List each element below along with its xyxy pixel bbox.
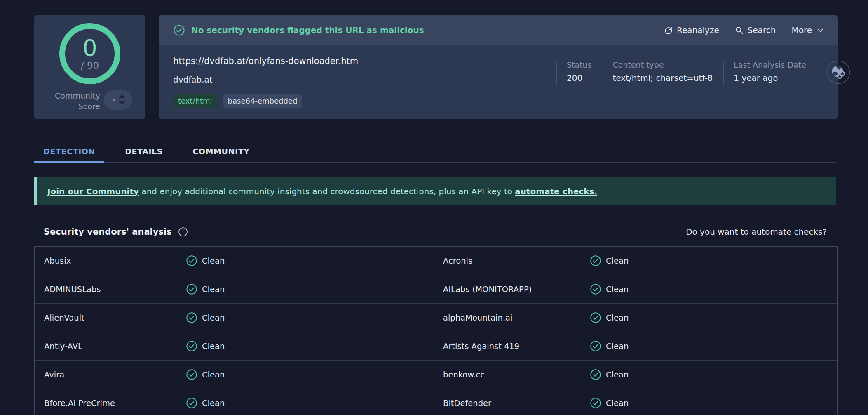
vendor-name: BitDefender <box>443 398 590 408</box>
tag-base64-embedded[interactable]: base64-embedded <box>223 94 303 108</box>
tag-row: text/html base64-embedded <box>173 94 302 108</box>
vendor-verdict: Clean <box>590 340 837 352</box>
divider <box>34 219 836 219</box>
vendor-name: alphaMountain.ai <box>443 313 590 323</box>
vendor-verdict: Clean <box>186 340 443 352</box>
vendor-verdict: Clean <box>590 283 837 295</box>
community-score-card: 0 / 90 Community Score <box>34 15 145 119</box>
vendor-name: Antiy-AVL <box>44 342 186 351</box>
analysis-section-title: Security vendors' analysis <box>44 227 172 237</box>
meta-status: Status 200 <box>557 60 603 83</box>
check-circle-icon <box>590 340 601 352</box>
virustotal-url-report-page: 0 / 90 Community Score No security vendo… <box>0 0 868 415</box>
vendor-name: ADMINUSLabs <box>44 285 186 294</box>
community-vote-widget[interactable] <box>104 90 132 110</box>
header-actions: Reanalyze Search More <box>664 25 824 35</box>
table-row: Bfore.Ai PreCrime Clean BitDefender Clea… <box>35 389 837 415</box>
reanalyze-button[interactable]: Reanalyze <box>664 25 719 35</box>
tab-detection[interactable]: DETECTION <box>34 141 104 162</box>
vendor-verdict: Clean <box>186 397 443 409</box>
check-circle-icon <box>186 397 197 409</box>
tab-details[interactable]: DETAILS <box>116 141 172 162</box>
info-circle-icon[interactable] <box>178 227 188 237</box>
join-community-banner: Join our Community and enjoy additional … <box>34 177 836 205</box>
vendor-name: Bfore.Ai PreCrime <box>44 398 186 408</box>
meta-content-type-label: Content type <box>613 60 713 69</box>
table-row: Antiy-AVL Clean Artists Against 419 Clea… <box>35 332 837 361</box>
vendor-verdict: Clean <box>590 369 837 380</box>
search-button[interactable]: Search <box>735 25 776 35</box>
header-meta-row: Status 200 Content type text/html; chars… <box>556 60 850 85</box>
join-community-middle-text: and enjoy additional community insights … <box>139 186 515 196</box>
refresh-icon <box>664 26 673 35</box>
check-circle-icon <box>590 283 601 295</box>
automate-checks-prompt[interactable]: Do you want to automate checks? <box>686 227 836 237</box>
vendor-verdict: Clean <box>186 369 443 380</box>
vendor-name: AILabs (MONITORAPP) <box>443 285 590 294</box>
vendor-name: Avira <box>44 370 186 380</box>
magnifier-icon <box>735 26 744 35</box>
search-label: Search <box>748 25 776 35</box>
vendor-name: Abusix <box>44 256 186 266</box>
meta-status-value: 200 <box>567 73 592 83</box>
vendor-name: Acronis <box>443 256 590 266</box>
more-menu-button[interactable]: More <box>791 25 824 35</box>
globe-link-icon <box>826 60 850 84</box>
verdict-label: Clean <box>202 256 225 266</box>
analysis-section-header: Security vendors' analysis Do you want t… <box>34 224 836 240</box>
meta-last-analysis-value: 1 year ago <box>734 73 806 83</box>
verdict-label: Clean <box>606 342 629 351</box>
vote-up-icon[interactable] <box>119 94 125 98</box>
join-community-link[interactable]: Join our Community <box>47 186 139 196</box>
analyzed-domain[interactable]: dvdfab.at <box>173 75 213 85</box>
divider <box>817 61 817 85</box>
detections-total: / 90 <box>81 60 99 71</box>
vendor-verdict: Clean <box>186 312 443 323</box>
verdict-label: Clean <box>202 285 225 294</box>
table-row: ADMINUSLabs Clean AILabs (MONITORAPP) Cl… <box>35 275 837 304</box>
verdict-label: Clean <box>202 342 225 351</box>
check-circle-icon <box>186 340 197 352</box>
detections-count: 0 <box>82 36 97 59</box>
verdict-label: Clean <box>606 256 629 266</box>
vendor-name: AlienVault <box>44 313 186 323</box>
tab-community[interactable]: COMMUNITY <box>183 141 258 162</box>
check-circle-icon <box>186 255 197 266</box>
vendor-name: benkow.cc <box>443 370 590 380</box>
check-circle-icon <box>590 369 601 380</box>
join-community-text: Join our Community and enjoy additional … <box>47 186 597 196</box>
vendor-verdict: Clean <box>186 255 443 266</box>
check-circle-icon <box>186 283 197 295</box>
table-row: Avira Clean benkow.cc Clean <box>35 361 837 389</box>
meta-content-type-value: text/html; charset=utf-8 <box>613 73 713 83</box>
analyzed-url[interactable]: https://dvdfab.at/onlyfans-downloader.ht… <box>173 56 358 66</box>
check-circle-icon <box>186 369 197 380</box>
check-circle-icon <box>186 312 197 323</box>
vendor-verdict: Clean <box>590 397 837 409</box>
table-row: Abusix Clean Acronis Clean <box>35 247 837 275</box>
vote-down-icon[interactable] <box>119 101 125 105</box>
verdict-label: Clean <box>606 313 629 323</box>
vendor-verdict: Clean <box>590 255 837 266</box>
chevron-down-icon <box>816 26 824 34</box>
table-row: AlienVault Clean alphaMountain.ai Clean <box>35 304 837 332</box>
vendor-name: Artists Against 419 <box>443 342 590 351</box>
security-vendors-table: Abusix Clean Acronis Clean ADMINUSLabs C… <box>34 246 838 415</box>
tag-content-type[interactable]: text/html <box>173 94 217 108</box>
automate-checks-link[interactable]: automate checks. <box>515 186 597 196</box>
vendor-verdict: Clean <box>186 283 443 295</box>
check-circle-icon <box>590 255 601 266</box>
meta-content-type: Content type text/html; charset=utf-8 <box>603 60 724 83</box>
verdict-banner: No security vendors flagged this URL as … <box>159 15 838 45</box>
meta-last-analysis: Last Analysis Date 1 year ago <box>724 60 816 83</box>
community-score-label: Community Score <box>42 91 100 112</box>
more-label: More <box>791 25 812 35</box>
reanalyze-label: Reanalyze <box>677 25 719 35</box>
meta-last-analysis-label: Last Analysis Date <box>734 60 806 69</box>
verdict-label: Clean <box>606 285 629 294</box>
vote-neutral-dot-icon <box>113 99 115 101</box>
verdict-label: Clean <box>202 370 225 380</box>
verdict-text: No security vendors flagged this URL as … <box>191 25 424 35</box>
vendor-verdict: Clean <box>590 312 837 323</box>
meta-status-label: Status <box>567 60 592 69</box>
